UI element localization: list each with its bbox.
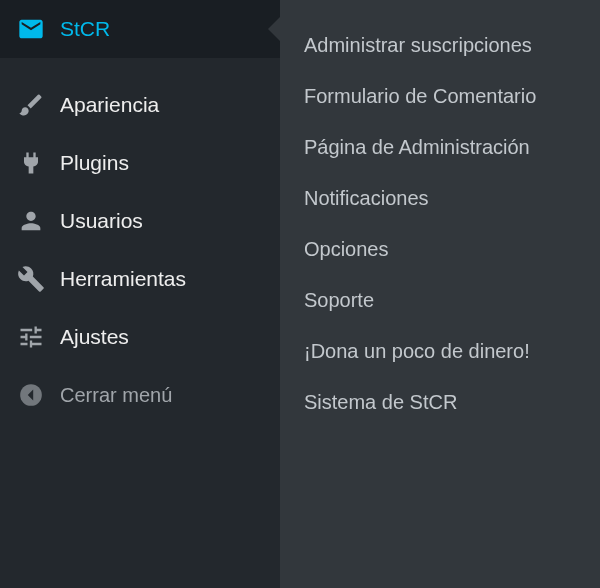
submenu-item-notificaciones[interactable]: Notificaciones [304, 173, 576, 224]
sidebar-item-usuarios[interactable]: Usuarios [0, 192, 280, 250]
paintbrush-icon [16, 90, 46, 120]
sidebar-item-label: Plugins [60, 151, 129, 175]
submenu-item-dona[interactable]: ¡Dona un poco de dinero! [304, 326, 576, 377]
collapse-label: Cerrar menú [60, 384, 172, 407]
submenu-item-sistema[interactable]: Sistema de StCR [304, 377, 576, 428]
sidebar-item-plugins[interactable]: Plugins [0, 134, 280, 192]
sidebar-item-stcr[interactable]: StCR [0, 0, 280, 58]
sidebar-item-label: Usuarios [60, 209, 143, 233]
plug-icon [16, 148, 46, 178]
collapse-menu-button[interactable]: Cerrar menú [0, 366, 280, 424]
submenu-item-formulario[interactable]: Formulario de Comentario [304, 71, 576, 122]
submenu-item-administrar[interactable]: Administrar suscripciones [304, 20, 576, 71]
sidebar-item-label: Apariencia [60, 93, 159, 117]
sidebar-item-label: Ajustes [60, 325, 129, 349]
sidebar-item-label: Herramientas [60, 267, 186, 291]
user-icon [16, 206, 46, 236]
mail-icon [16, 14, 46, 44]
submenu-item-pagina[interactable]: Página de Administración [304, 122, 576, 173]
spacer [0, 58, 280, 76]
admin-sidebar: StCR Apariencia Plugins Usuarios Herrami… [0, 0, 280, 588]
collapse-icon [16, 380, 46, 410]
submenu-panel: Administrar suscripciones Formulario de … [280, 0, 600, 588]
sidebar-item-apariencia[interactable]: Apariencia [0, 76, 280, 134]
submenu-item-opciones[interactable]: Opciones [304, 224, 576, 275]
sidebar-item-label: StCR [60, 17, 110, 41]
sidebar-item-ajustes[interactable]: Ajustes [0, 308, 280, 366]
sidebar-item-herramientas[interactable]: Herramientas [0, 250, 280, 308]
sliders-icon [16, 322, 46, 352]
submenu-item-soporte[interactable]: Soporte [304, 275, 576, 326]
wrench-icon [16, 264, 46, 294]
